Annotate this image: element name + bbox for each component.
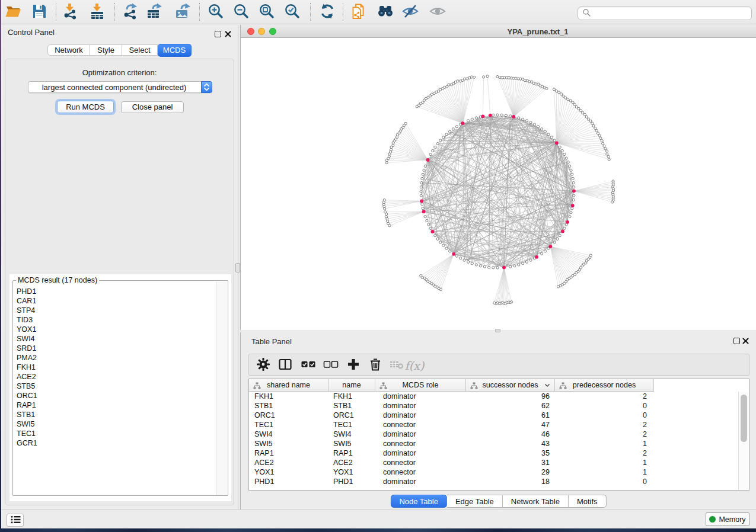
mcds-result-item[interactable]: TEC1 [14,429,216,438]
graph-node[interactable] [422,207,424,210]
mcds-result-item[interactable]: SWI4 [14,334,216,344]
mcds-result-item[interactable]: PHD1 [14,287,216,296]
graph-node[interactable] [553,241,556,243]
graph-leaf-node[interactable] [553,88,555,91]
graph-node[interactable] [452,128,454,130]
close-panel-icon[interactable] [224,30,232,38]
graph-leaf-node[interactable] [546,87,548,89]
table-row[interactable]: SWI5SWI5connector431 [249,439,749,448]
graph-leaf-node[interactable] [582,111,584,114]
graph-node[interactable] [571,173,573,175]
mcds-result-item[interactable]: CAR1 [14,296,216,306]
mcds-result-list[interactable]: PHD1CAR1STP4TID3YOX1SWI4SRD1PMA2FKH1ACE2… [14,287,216,448]
graph-node[interactable] [421,177,423,180]
graph-leaf-node[interactable] [470,76,473,78]
network-canvas[interactable] [241,38,756,330]
table-row[interactable]: SWI4SWI4dominator462 [249,430,749,439]
graph-node[interactable] [471,118,473,120]
graph-node[interactable] [500,114,503,116]
graph-node[interactable] [420,186,422,188]
graph-leaf-node[interactable] [603,145,605,147]
minimize-window-traffic-light[interactable] [258,28,265,35]
float-panel-icon[interactable] [215,31,221,37]
graph-leaf-node[interactable] [392,144,394,146]
graph-leaf-node[interactable] [483,76,485,78]
table-row[interactable]: RAP1RAP1dominator352 [249,448,749,458]
graph-leaf-node[interactable] [596,132,599,134]
graph-node[interactable] [424,165,426,167]
graph-node[interactable] [533,123,535,126]
graph-leaf-node[interactable] [606,153,608,155]
graph-dominator-node[interactable] [548,245,552,248]
network-graph[interactable] [241,38,756,330]
mcds-result-item[interactable]: PMA2 [14,353,216,363]
horizontal-splitter-handle[interactable] [495,329,500,332]
graph-leaf-node[interactable] [589,120,592,122]
tab-style[interactable]: Style [90,44,122,56]
close-window-traffic-light[interactable] [247,28,254,35]
select-all-rows-button[interactable] [299,357,317,374]
graph-dominator-node[interactable] [430,230,434,233]
table-row[interactable]: STB1STB1dominator620 [249,401,749,411]
graph-node[interactable] [563,227,566,229]
graph-node[interactable] [448,130,451,133]
graph-node[interactable] [544,250,546,252]
graph-node[interactable] [475,117,477,119]
export-image-button[interactable] [173,2,194,22]
export-table-button[interactable] [144,2,165,22]
graph-node[interactable] [541,252,543,255]
graph-leaf-node[interactable] [592,124,595,127]
tab-node-table[interactable]: Node Table [390,495,447,508]
graph-dominator-node[interactable] [512,115,515,118]
graph-node[interactable] [455,255,458,257]
graph-node[interactable] [432,149,434,152]
maximize-window-traffic-light[interactable] [269,28,276,35]
deselect-all-rows-button[interactable] [322,357,340,374]
graph-dominator-node[interactable] [489,114,492,117]
graph-node[interactable] [571,207,573,210]
float-panel-icon[interactable] [733,338,740,344]
graph-leaf-node[interactable] [587,118,589,120]
graph-node[interactable] [442,136,445,139]
tab-motifs[interactable]: Motifs [569,495,607,508]
delete-column-button[interactable] [366,357,384,374]
graph-dominator-node[interactable] [422,210,426,213]
graph-dominator-node[interactable] [572,189,576,193]
create-column-button[interactable] [344,357,362,374]
graph-node[interactable] [525,261,528,263]
mcds-result-item[interactable]: TID3 [14,315,216,325]
graph-node[interactable] [467,261,470,263]
close-panel-icon[interactable] [742,337,749,345]
search-input[interactable] [591,8,751,19]
graph-node[interactable] [565,157,567,159]
mcds-result-item[interactable]: ACE2 [14,372,216,382]
show-columns-button[interactable] [276,357,294,374]
graph-node[interactable] [522,262,524,265]
mcds-result-item[interactable]: FKH1 [14,363,216,372]
column-header-name[interactable]: name [328,379,375,391]
graph-leaf-node[interactable] [606,150,608,152]
graph-leaf-node[interactable] [578,107,580,110]
graph-node[interactable] [513,265,516,267]
graph-node[interactable] [572,198,575,201]
refresh-view-button[interactable] [317,2,338,22]
graph-leaf-node[interactable] [595,129,598,132]
graph-node[interactable] [442,244,445,246]
column-header-shared-name[interactable]: shared name [249,379,328,391]
graph-leaf-node[interactable] [601,142,604,145]
graph-leaf-node[interactable] [555,90,557,92]
graph-node[interactable] [567,161,569,164]
graph-node[interactable] [455,126,458,128]
graph-dominator-node[interactable] [461,121,465,125]
graph-leaf-node[interactable] [384,211,387,213]
zoom-out-button[interactable] [231,2,252,22]
graph-node[interactable] [573,194,575,197]
graph-node[interactable] [572,181,575,184]
graph-node[interactable] [573,186,575,188]
mcds-result-item[interactable]: STB5 [14,382,216,391]
graph-leaf-node[interactable] [386,220,388,222]
table-row[interactable]: TEC1TEC1connector472 [249,420,749,430]
graph-node[interactable] [483,265,486,268]
graph-node[interactable] [559,235,561,237]
graph-node[interactable] [509,115,512,117]
